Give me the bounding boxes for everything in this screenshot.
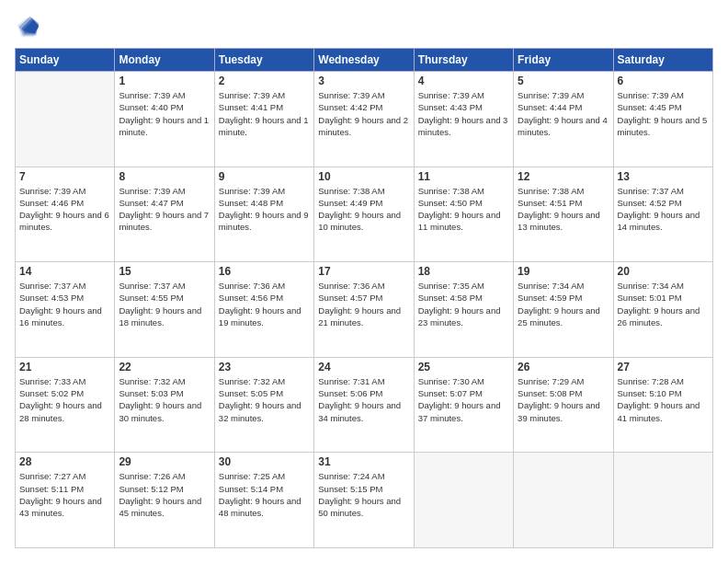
- col-friday: Friday: [514, 49, 613, 72]
- day-number: 28: [19, 455, 110, 468]
- sunset-text: Sunset: 4:44 PM: [518, 102, 582, 112]
- sunset-text: Sunset: 5:03 PM: [119, 388, 183, 398]
- calendar-day-cell: 30Sunrise: 7:25 AMSunset: 5:14 PMDayligh…: [214, 453, 313, 548]
- header: [15, 15, 713, 40]
- sunrise-text: Sunrise: 7:34 AM: [618, 281, 684, 291]
- daylight-text: Daylight: 9 hours and 41 minutes.: [618, 400, 700, 422]
- sunrise-text: Sunrise: 7:25 AM: [219, 471, 285, 481]
- calendar-day-cell: [16, 72, 115, 167]
- sunrise-text: Sunrise: 7:36 AM: [318, 281, 384, 291]
- calendar-day-cell: 13Sunrise: 7:37 AMSunset: 4:52 PMDayligh…: [613, 167, 712, 262]
- calendar-day-cell: [613, 453, 712, 548]
- sunrise-text: Sunrise: 7:39 AM: [219, 186, 285, 196]
- day-info: Sunrise: 7:27 AMSunset: 5:11 PMDaylight:…: [19, 470, 110, 519]
- daylight-text: Daylight: 9 hours and 28 minutes.: [19, 400, 102, 422]
- sunrise-text: Sunrise: 7:26 AM: [119, 471, 185, 481]
- day-number: 19: [518, 265, 609, 278]
- calendar-day-cell: 26Sunrise: 7:29 AMSunset: 5:08 PMDayligh…: [514, 357, 613, 453]
- sunset-text: Sunset: 4:42 PM: [318, 102, 382, 112]
- sunset-text: Sunset: 4:48 PM: [219, 198, 283, 208]
- calendar-day-cell: 2Sunrise: 7:39 AMSunset: 4:41 PMDaylight…: [214, 72, 313, 167]
- calendar-day-cell: 4Sunrise: 7:39 AMSunset: 4:43 PMDaylight…: [414, 72, 513, 167]
- calendar-day-cell: 9Sunrise: 7:39 AMSunset: 4:48 PMDaylight…: [214, 167, 313, 262]
- calendar-week-row: 1Sunrise: 7:39 AMSunset: 4:40 PMDaylight…: [16, 72, 713, 167]
- calendar-day-cell: 27Sunrise: 7:28 AMSunset: 5:10 PMDayligh…: [613, 357, 712, 453]
- daylight-text: Daylight: 9 hours and 43 minutes.: [19, 496, 102, 518]
- day-info: Sunrise: 7:39 AMSunset: 4:46 PMDaylight:…: [19, 185, 110, 234]
- col-tuesday: Tuesday: [214, 49, 313, 72]
- day-number: 16: [219, 265, 310, 278]
- logo: [15, 15, 44, 40]
- daylight-text: Daylight: 9 hours and 34 minutes.: [318, 400, 401, 422]
- col-thursday: Thursday: [414, 49, 513, 72]
- day-info: Sunrise: 7:39 AMSunset: 4:47 PMDaylight:…: [119, 185, 210, 234]
- daylight-text: Daylight: 9 hours and 30 minutes.: [119, 400, 201, 422]
- day-info: Sunrise: 7:24 AMSunset: 5:15 PMDaylight:…: [318, 470, 409, 519]
- calendar-day-cell: 22Sunrise: 7:32 AMSunset: 5:03 PMDayligh…: [115, 357, 214, 453]
- sunset-text: Sunset: 4:57 PM: [318, 293, 382, 303]
- calendar-day-cell: 24Sunrise: 7:31 AMSunset: 5:06 PMDayligh…: [314, 357, 414, 453]
- day-info: Sunrise: 7:34 AMSunset: 5:01 PMDaylight:…: [618, 280, 709, 328]
- daylight-text: Daylight: 9 hours and 21 minutes.: [318, 305, 401, 327]
- calendar-day-cell: 28Sunrise: 7:27 AMSunset: 5:11 PMDayligh…: [16, 453, 115, 548]
- sunset-text: Sunset: 5:05 PM: [219, 388, 283, 398]
- daylight-text: Daylight: 9 hours and 39 minutes.: [518, 400, 600, 422]
- sunrise-text: Sunrise: 7:39 AM: [19, 186, 85, 196]
- day-number: 4: [418, 75, 509, 87]
- daylight-text: Daylight: 9 hours and 25 minutes.: [518, 305, 600, 327]
- day-info: Sunrise: 7:32 AMSunset: 5:03 PMDaylight:…: [119, 375, 210, 424]
- sunrise-text: Sunrise: 7:24 AM: [318, 471, 384, 481]
- daylight-text: Daylight: 9 hours and 4 minutes.: [518, 115, 608, 137]
- sunrise-text: Sunrise: 7:36 AM: [219, 281, 285, 291]
- day-number: 25: [418, 361, 509, 373]
- sunrise-text: Sunrise: 7:39 AM: [518, 90, 584, 100]
- day-number: 8: [119, 170, 210, 183]
- sunset-text: Sunset: 4:53 PM: [19, 293, 84, 303]
- sunrise-text: Sunrise: 7:39 AM: [219, 90, 285, 100]
- sunset-text: Sunset: 4:41 PM: [219, 102, 283, 112]
- calendar-day-cell: 20Sunrise: 7:34 AMSunset: 5:01 PMDayligh…: [613, 262, 712, 358]
- calendar-week-row: 7Sunrise: 7:39 AMSunset: 4:46 PMDaylight…: [16, 167, 713, 262]
- daylight-text: Daylight: 9 hours and 50 minutes.: [318, 496, 401, 518]
- daylight-text: Daylight: 9 hours and 48 minutes.: [219, 496, 301, 518]
- calendar-week-row: 28Sunrise: 7:27 AMSunset: 5:11 PMDayligh…: [16, 453, 713, 548]
- day-info: Sunrise: 7:37 AMSunset: 4:52 PMDaylight:…: [618, 185, 709, 234]
- calendar-day-cell: 16Sunrise: 7:36 AMSunset: 4:56 PMDayligh…: [214, 262, 313, 358]
- calendar-week-row: 21Sunrise: 7:33 AMSunset: 5:02 PMDayligh…: [16, 357, 713, 453]
- sunrise-text: Sunrise: 7:37 AM: [119, 281, 185, 291]
- day-number: 21: [19, 361, 110, 373]
- sunrise-text: Sunrise: 7:34 AM: [518, 281, 584, 291]
- day-number: 1: [119, 75, 210, 87]
- daylight-text: Daylight: 9 hours and 18 minutes.: [119, 305, 201, 327]
- sunset-text: Sunset: 5:15 PM: [318, 484, 382, 494]
- col-monday: Monday: [115, 49, 214, 72]
- calendar-day-cell: 6Sunrise: 7:39 AMSunset: 4:45 PMDaylight…: [613, 72, 712, 167]
- sunset-text: Sunset: 5:02 PM: [19, 388, 84, 398]
- sunrise-text: Sunrise: 7:39 AM: [119, 90, 185, 100]
- day-info: Sunrise: 7:33 AMSunset: 5:02 PMDaylight:…: [19, 375, 110, 424]
- calendar-day-cell: 18Sunrise: 7:35 AMSunset: 4:58 PMDayligh…: [414, 262, 513, 358]
- sunrise-text: Sunrise: 7:31 AM: [318, 376, 384, 386]
- calendar-day-cell: 31Sunrise: 7:24 AMSunset: 5:15 PMDayligh…: [314, 453, 414, 548]
- day-number: 12: [518, 170, 609, 183]
- logo-icon: [15, 15, 40, 40]
- day-info: Sunrise: 7:39 AMSunset: 4:42 PMDaylight:…: [318, 89, 409, 138]
- sunset-text: Sunset: 4:46 PM: [19, 198, 84, 208]
- day-number: 29: [119, 455, 210, 468]
- calendar-day-cell: 14Sunrise: 7:37 AMSunset: 4:53 PMDayligh…: [16, 262, 115, 358]
- sunset-text: Sunset: 5:08 PM: [518, 388, 582, 398]
- sunrise-text: Sunrise: 7:39 AM: [318, 90, 384, 100]
- sunset-text: Sunset: 5:06 PM: [318, 388, 382, 398]
- sunrise-text: Sunrise: 7:39 AM: [119, 186, 185, 196]
- day-number: 23: [219, 361, 310, 373]
- sunrise-text: Sunrise: 7:39 AM: [618, 90, 684, 100]
- daylight-text: Daylight: 9 hours and 10 minutes.: [318, 210, 401, 232]
- day-info: Sunrise: 7:37 AMSunset: 4:55 PMDaylight:…: [119, 280, 210, 328]
- sunrise-text: Sunrise: 7:32 AM: [219, 376, 285, 386]
- calendar-day-cell: 8Sunrise: 7:39 AMSunset: 4:47 PMDaylight…: [115, 167, 214, 262]
- sunset-text: Sunset: 5:14 PM: [219, 484, 283, 494]
- day-number: 2: [219, 75, 310, 87]
- sunrise-text: Sunrise: 7:37 AM: [19, 281, 85, 291]
- day-info: Sunrise: 7:38 AMSunset: 4:51 PMDaylight:…: [518, 185, 609, 234]
- day-info: Sunrise: 7:36 AMSunset: 4:56 PMDaylight:…: [219, 280, 310, 328]
